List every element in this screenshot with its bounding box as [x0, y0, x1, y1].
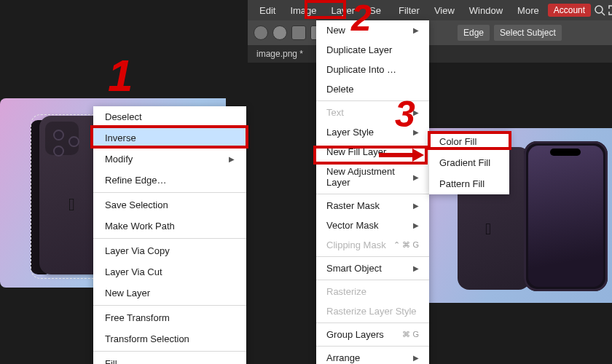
phone-front-view — [524, 141, 608, 291]
annotation-highlight-layer-menu — [305, 0, 346, 19]
menu-smart-object-label: Smart Object — [326, 263, 382, 274]
menu-group-layers-label: Group Layers — [326, 329, 384, 340]
search-icon[interactable] — [594, 4, 605, 17]
chevron-right-icon: ▶ — [413, 202, 419, 210]
shape-circle-icon[interactable] — [254, 25, 268, 40]
menu-refine-edge[interactable]: Refine Edge… — [93, 170, 246, 191]
menu-save-selection[interactable]: Save Selection — [93, 194, 246, 215]
menubar-edit[interactable]: Edit — [254, 2, 281, 19]
menu-separator — [93, 238, 246, 239]
menu-clipping-mask-label: Clipping Mask — [326, 240, 386, 250]
camera-lens-icon — [68, 136, 79, 147]
menubar-more[interactable]: More — [511, 2, 545, 19]
menubar-account[interactable]: Account — [548, 4, 591, 17]
annotation-step-3: 3 — [395, 93, 415, 135]
menu-modify-label: Modify — [105, 154, 133, 165]
right-panel: Edit Image Layer Se Filter View Window M… — [248, 0, 612, 364]
menu-separator — [93, 192, 246, 193]
menu-layer-style-label: Layer Style — [326, 127, 374, 138]
app-menubar: Edit Image Layer Se Filter View Window M… — [248, 0, 612, 20]
camera-lens-icon — [53, 146, 64, 157]
menu-raster-mask-label: Raster Mask — [326, 200, 380, 211]
menu-arrange-label: Arrange — [326, 352, 360, 363]
menu-separator — [316, 256, 429, 257]
menu-rasterize-layer-style: Rasterize Layer Style — [316, 301, 429, 321]
chevron-right-icon: ▶ — [413, 26, 419, 34]
chevron-right-icon: ▶ — [413, 221, 419, 229]
menu-transform-selection[interactable]: Transform Selection — [93, 328, 246, 349]
menu-modify[interactable]: Modify ▶ — [93, 149, 246, 170]
annotation-step-2: 2 — [351, 0, 372, 39]
svg-line-1 — [602, 12, 605, 15]
submenu-gradient-fill[interactable]: Gradient Fill — [429, 152, 509, 173]
menu-separator — [316, 194, 429, 194]
menu-duplicate-layer[interactable]: Duplicate Layer — [316, 40, 429, 60]
menu-arrange[interactable]: Arrange▶ — [316, 348, 429, 364]
annotation-highlight-inverse — [90, 125, 248, 149]
dynamic-island-icon — [550, 149, 581, 156]
menu-new-label: New — [326, 25, 345, 36]
select-subject-button[interactable]: Select Subject — [494, 25, 562, 41]
menubar-window[interactable]: Window — [463, 2, 509, 19]
annotation-highlight-color-fill — [428, 131, 511, 150]
camera-module-icon — [45, 122, 79, 155]
apple-logo-icon:  — [68, 194, 75, 215]
document-tab[interactable]: image.png * — [256, 49, 303, 59]
chevron-right-icon: ▶ — [413, 264, 419, 272]
menubar-filter[interactable]: Filter — [393, 2, 425, 19]
menu-layer-via-copy[interactable]: Layer Via Copy — [93, 240, 246, 261]
menu-duplicate-into[interactable]: Duplicate Into … — [316, 60, 429, 79]
menu-smart-object[interactable]: Smart Object▶ — [316, 258, 429, 278]
menubar-view[interactable]: View — [428, 2, 460, 19]
options-toolbar: Edge Select Subject — [248, 20, 612, 45]
phone-screen — [528, 146, 603, 287]
refine-edge-button[interactable]: Edge — [458, 25, 490, 41]
document-tab-bar: image.png * — [248, 45, 612, 63]
arrow-shaft — [379, 153, 412, 157]
chevron-right-icon: ▶ — [413, 173, 419, 181]
fullscreen-icon[interactable] — [608, 4, 612, 17]
menu-separator — [316, 346, 429, 347]
left-panel:  1 Deselect Inverse Modify ▶ Refine Edg… — [0, 0, 248, 364]
menu-clipping-mask: Clipping Mask⌃ ⌘ G — [316, 235, 429, 255]
menu-new-layer[interactable]: New Layer — [93, 282, 246, 304]
menu-layer-via-cut[interactable]: Layer Via Cut — [93, 261, 246, 282]
menu-make-work-path[interactable]: Make Work Path — [93, 215, 246, 237]
shape-circle-icon[interactable] — [272, 25, 287, 40]
menu-separator — [93, 305, 246, 306]
annotation-step-1: 1 — [108, 50, 133, 101]
arrow-head-icon — [412, 149, 424, 162]
layer-dropdown-menu: New▶ Duplicate Layer Duplicate Into … De… — [316, 20, 429, 364]
menu-fill[interactable]: Fill… — [93, 353, 246, 364]
menu-new-adj-label: New Adjustment Layer — [326, 166, 413, 188]
shape-square-icon[interactable] — [291, 25, 306, 40]
menu-separator — [316, 280, 429, 280]
menu-group-layers[interactable]: Group Layers⌘ G — [316, 325, 429, 344]
menu-vector-mask-label: Vector Mask — [326, 220, 379, 231]
submenu-pattern-fill[interactable]: Pattern Fill — [429, 173, 509, 194]
menu-deselect[interactable]: Deselect — [93, 106, 246, 127]
menu-separator — [93, 351, 246, 352]
menu-separator — [316, 323, 429, 323]
apple-logo-icon:  — [485, 220, 491, 239]
menu-vector-mask[interactable]: Vector Mask▶ — [316, 215, 429, 235]
menu-new[interactable]: New▶ — [316, 20, 429, 40]
chevron-right-icon: ▶ — [413, 354, 419, 362]
menu-new-adjustment-layer[interactable]: New Adjustment Layer▶ — [316, 162, 429, 192]
menu-raster-mask[interactable]: Raster Mask▶ — [316, 196, 429, 215]
camera-lens-icon — [53, 130, 64, 141]
shortcut-label: ⌃ ⌘ G — [393, 240, 419, 250]
annotation-arrow — [379, 150, 424, 160]
menu-text-label: Text — [326, 107, 344, 118]
menu-free-transform[interactable]: Free Transform — [93, 307, 246, 328]
chevron-right-icon: ▶ — [229, 155, 235, 163]
shortcut-label: ⌘ G — [402, 330, 419, 339]
menu-rasterize: Rasterize — [316, 282, 429, 301]
svg-point-0 — [595, 6, 603, 13]
